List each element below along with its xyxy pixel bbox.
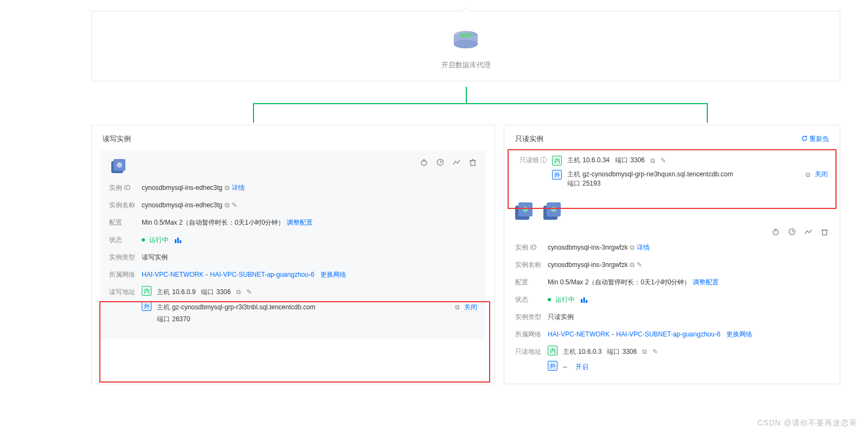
copy-icon[interactable]: ⧉ xyxy=(236,286,241,298)
value-instance-id: cynosdbmysql-ins-3nrgwfzk xyxy=(548,241,628,253)
vpc-link[interactable]: HAI-VPC-NETWORK xyxy=(548,328,610,340)
svg-rect-12 xyxy=(175,239,176,243)
copy-icon[interactable]: ⧉ xyxy=(630,241,635,253)
vpc-link[interactable]: HAI-VPC-NETWORK xyxy=(142,269,204,281)
open-link[interactable]: 开启 xyxy=(575,361,588,373)
database-icon xyxy=(513,201,536,222)
svg-rect-27 xyxy=(584,297,585,303)
restart-icon[interactable] xyxy=(436,158,445,167)
outer-tag: 外 xyxy=(142,301,151,311)
proxy-section: 开启数据库代理 xyxy=(91,11,840,81)
details-link[interactable]: 详情 xyxy=(232,182,245,194)
rw-card-actions xyxy=(420,158,477,167)
power-icon[interactable] xyxy=(771,227,780,236)
ro-outer-port: 25193 xyxy=(582,180,600,187)
status-text: 运行中 xyxy=(149,234,169,246)
label-status: 状态 xyxy=(515,294,548,306)
edit-icon[interactable]: ✎ xyxy=(637,259,642,271)
inner-tag: 内 xyxy=(548,346,557,355)
edit-icon[interactable]: ✎ xyxy=(661,157,666,164)
svg-rect-2 xyxy=(460,33,471,37)
value-instance-id: cynosdbmysql-ins-edhec3tg xyxy=(142,182,223,194)
rw-instance-card: 实例 ID cynosdbmysql-ins-edhec3tg ⧉ 详情 实例名… xyxy=(100,150,486,339)
outer-port: 26370 xyxy=(172,315,190,323)
proxy-label: 开启数据库代理 xyxy=(441,60,491,70)
label-instance-name: 实例名称 xyxy=(515,259,548,271)
label-instance-type: 实例类型 xyxy=(109,251,142,263)
ro-inner-port: 3306 xyxy=(630,156,645,164)
outer-host-empty: -- xyxy=(563,361,567,373)
rebalance-link[interactable]: 重新负 xyxy=(801,135,829,144)
copy-icon[interactable]: ⧉ xyxy=(225,199,230,211)
info-icon[interactable]: ⓘ xyxy=(540,156,547,165)
ro-addr-inner-port: 3306 xyxy=(622,348,637,355)
database-icon xyxy=(109,158,128,176)
copy-icon[interactable]: ⧉ xyxy=(225,182,230,194)
delete-icon[interactable] xyxy=(468,158,477,167)
change-network-link[interactable]: 更换网络 xyxy=(320,269,346,281)
readonly-group-box: 只读组 ⓘ 内 主机10.6.0.34 端口3306 ⧉ ✎ xyxy=(513,150,832,195)
copy-icon[interactable]: ⧉ xyxy=(642,346,647,358)
monitor-icon[interactable] xyxy=(452,158,461,167)
ro-panel: 只读实例 重新负 只读组 ⓘ 内 xyxy=(504,125,840,384)
svg-point-1 xyxy=(454,40,478,48)
outer-tag: 外 xyxy=(548,361,557,371)
adjust-config-link[interactable]: 调整配置 xyxy=(693,276,719,288)
copy-icon[interactable]: ⧉ xyxy=(455,301,460,313)
chart-icon[interactable] xyxy=(174,237,182,243)
copy-icon[interactable]: ⧉ xyxy=(630,259,635,271)
outer-host: gz-cynosdbmysql-grp-r3i3tnbl.sql.tencent… xyxy=(172,303,315,311)
monitor-icon[interactable] xyxy=(804,227,813,236)
status-text: 运行中 xyxy=(555,294,575,306)
inner-port: 3306 xyxy=(216,288,231,296)
inner-host: 10.6.0.9 xyxy=(172,288,195,296)
inner-tag: 内 xyxy=(142,286,151,296)
value-instance-type: 只读实例 xyxy=(548,311,574,323)
connector-down-left xyxy=(253,103,254,123)
power-icon[interactable] xyxy=(420,158,428,167)
adjust-config-link[interactable]: 调整配置 xyxy=(287,217,313,228)
chart-icon[interactable] xyxy=(580,296,588,303)
svg-point-5 xyxy=(117,162,122,168)
ro-instance-icons xyxy=(513,201,831,222)
outer-tag: 外 xyxy=(552,170,562,180)
label-ro-address: 只读地址 xyxy=(515,346,548,358)
ro-addr-inner-host: 10.6.0.3 xyxy=(578,348,601,355)
svg-rect-9 xyxy=(471,161,475,166)
svg-point-17 xyxy=(523,207,528,212)
change-network-link[interactable]: 更换网络 xyxy=(726,328,752,340)
svg-rect-13 xyxy=(178,238,179,243)
inner-tag: 内 xyxy=(552,156,562,166)
edit-icon[interactable]: ✎ xyxy=(232,199,237,211)
value-instance-name: cynosdbmysql-ins-3nrgwfzk xyxy=(548,259,628,271)
svg-rect-24 xyxy=(822,230,827,235)
restart-icon[interactable] xyxy=(788,227,796,236)
database-proxy-icon xyxy=(449,28,482,55)
label-instance-type: 实例类型 xyxy=(515,311,548,323)
close-link[interactable]: 关闭 xyxy=(815,170,828,179)
connector-down-right xyxy=(707,103,708,123)
label-status: 状态 xyxy=(109,234,142,246)
edit-icon[interactable]: ✎ xyxy=(652,346,658,358)
delete-icon[interactable] xyxy=(820,227,829,236)
svg-point-8 xyxy=(438,160,443,166)
details-link[interactable]: 详情 xyxy=(637,241,650,253)
value-instance-name: cynosdbmysql-ins-edhec3tg xyxy=(142,199,223,211)
connector-vertical xyxy=(466,87,467,103)
close-link[interactable]: 关闭 xyxy=(464,301,477,313)
label-network: 所属网络 xyxy=(109,269,142,281)
copy-icon[interactable]: ⧉ xyxy=(806,171,810,179)
subnet-link[interactable]: HAI-VPC-SUBNET-ap-guangzhou-6 xyxy=(210,269,314,281)
proxy-arrow xyxy=(460,7,471,12)
svg-point-20 xyxy=(551,207,556,212)
proxy-button[interactable]: 开启数据库代理 xyxy=(441,28,491,70)
svg-rect-28 xyxy=(586,300,587,303)
edit-icon[interactable]: ✎ xyxy=(246,286,252,298)
label-network: 所属网络 xyxy=(515,328,548,340)
ro-outer-host: gz-cynosdbmysql-grp-ne3hquxn.sql.tencent… xyxy=(582,170,733,178)
subnet-link[interactable]: HAI-VPC-SUBNET-ap-guangzhou-6 xyxy=(616,328,720,340)
label-config: 配置 xyxy=(109,217,142,228)
copy-icon[interactable]: ⧉ xyxy=(650,157,655,164)
watermark: CSDN @请你不要再迷恋哥 xyxy=(757,418,857,428)
svg-rect-14 xyxy=(180,240,181,243)
